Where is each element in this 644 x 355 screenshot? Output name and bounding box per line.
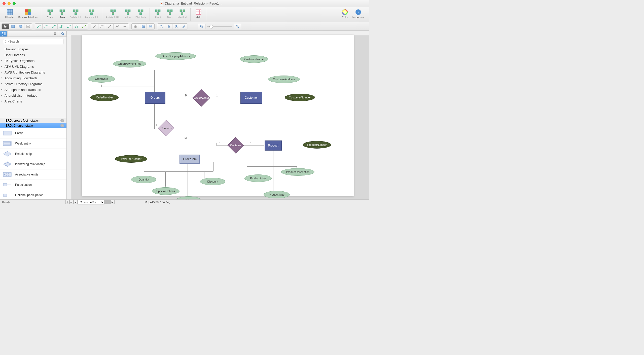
open-library-tab[interactable]: ERD, Chen's notation× — [0, 123, 66, 128]
shape-optpart[interactable]: Optional participation — [0, 190, 66, 200]
attr-ordershipping[interactable]: OrderShippingAddress — [155, 52, 196, 60]
attr-discount[interactable]: Discount — [200, 178, 225, 185]
rel-contains-2[interactable]: Contains — [227, 137, 244, 153]
library-category[interactable]: Area Charts — [0, 98, 66, 104]
page-first[interactable]: ⏮ — [69, 200, 74, 204]
direct-connector-tool[interactable] — [35, 24, 43, 29]
freehand-tool[interactable] — [121, 24, 129, 29]
shape-entity[interactable]: Entity — [0, 128, 66, 138]
shape-part[interactable]: Participation — [0, 180, 66, 190]
library-category[interactable]: User Libraries — [0, 52, 66, 58]
color-button[interactable]: Color — [339, 8, 350, 21]
svg-rect-0 — [7, 9, 13, 15]
spline-connector-tool[interactable] — [73, 24, 80, 29]
page-next[interactable]: ▶ — [111, 200, 115, 204]
page-prev[interactable]: ◀ — [74, 200, 78, 204]
shape-idrel[interactable]: Identifying relationship — [0, 159, 66, 169]
line-segment-tool[interactable] — [91, 24, 98, 29]
attr-specialoptions[interactable]: SpecialOptions — [152, 187, 180, 195]
edit-tool[interactable] — [180, 24, 188, 29]
pan-tool[interactable] — [165, 24, 172, 29]
library-category[interactable]: Accounting Flowcharts — [0, 75, 66, 81]
clone-tool[interactable] — [172, 24, 180, 29]
close-window-button[interactable] — [3, 2, 6, 5]
shape-weak[interactable]: Weak entity — [0, 138, 66, 149]
search-input[interactable] — [3, 39, 63, 44]
library-category[interactable]: Android User Interface — [0, 93, 66, 98]
open-library-tab[interactable]: ERD, crow's foot notation× — [0, 118, 66, 123]
attr-customername[interactable]: CustomerName — [240, 55, 268, 63]
shape-thumb-icon — [3, 171, 12, 178]
attr-productprice[interactable]: ProductPrice — [244, 174, 272, 182]
attr-quantity[interactable]: Quantity — [131, 176, 156, 183]
tool-icon — [88, 9, 95, 16]
snap-grid-tool[interactable] — [132, 24, 139, 29]
attr-producttype[interactable]: ProductType — [264, 191, 290, 198]
attr-price[interactable]: Price — [176, 196, 201, 199]
close-icon[interactable]: × — [60, 119, 64, 122]
pointer-tool[interactable] — [2, 24, 9, 29]
library-categories[interactable]: Drawing ShapesUser Libraries25 Typical O… — [0, 46, 66, 118]
libraries-button[interactable]: Libraries — [4, 8, 16, 21]
library-category[interactable]: Active Directory Diagrams — [0, 81, 66, 87]
sidebar-search-row — [0, 37, 66, 46]
shape-rel[interactable]: Relationship — [0, 149, 66, 159]
smart-connector-tool[interactable] — [58, 24, 65, 29]
canvas[interactable]: OrderDate OrderPayment Info OrderShippin… — [67, 31, 369, 199]
entity-product[interactable]: Product — [265, 140, 282, 151]
library-category[interactable]: Aerospace and Transport — [0, 87, 66, 93]
close-icon[interactable]: × — [60, 124, 64, 127]
entity-customer[interactable]: Customer — [240, 92, 262, 104]
library-category[interactable]: 25 Typical Orgcharts — [0, 58, 66, 64]
sidebar-tab-search[interactable] — [59, 31, 66, 37]
rect-tool[interactable] — [9, 24, 17, 29]
attr-itemlinenumber[interactable]: ItemLineNumber — [115, 155, 147, 163]
tree-button[interactable]: Tree — [57, 8, 68, 21]
library-category[interactable]: AWS Architecture Diagrams — [0, 69, 66, 75]
ellipse-tool[interactable] — [17, 24, 24, 29]
text-tool[interactable] — [24, 24, 32, 29]
zoom-tool[interactable] — [157, 24, 165, 29]
attr-productnumber[interactable]: ProductNumber — [303, 141, 331, 149]
spline-segment-tool[interactable] — [106, 24, 114, 29]
line-tool[interactable] — [80, 24, 88, 29]
page-toggle[interactable]: ‖ — [65, 200, 69, 204]
zoom-slider[interactable] — [207, 26, 232, 27]
attr-productdescription[interactable]: ProductDescription — [281, 168, 314, 176]
chevron-down-icon[interactable]: ⌄ — [220, 2, 222, 5]
polyline-tool[interactable] — [114, 24, 121, 29]
browse-solutions-button[interactable]: Browse Solutions — [17, 8, 39, 21]
arc-connector-tool[interactable] — [43, 24, 50, 29]
attr-orderpayment[interactable]: OrderPayment Info — [113, 60, 146, 67]
attr-ordernumber[interactable]: OrderNumber — [90, 94, 119, 101]
sidebar-tab-tree[interactable] — [0, 31, 8, 37]
zoom-out-button[interactable] — [198, 24, 205, 29]
attr-customeraddress[interactable]: CustomerAddress — [268, 76, 300, 83]
rel-orderauthor[interactable]: OrderAuthor — [193, 89, 210, 107]
attr-customernumber[interactable]: CustomerNumber — [285, 94, 315, 101]
round-connector-tool[interactable] — [65, 24, 73, 29]
arc-segment-tool[interactable] — [98, 24, 106, 29]
inspectors-button[interactable]: i Inspectors — [351, 8, 365, 21]
shape-assoc[interactable]: Associative entity — [0, 169, 66, 180]
entity-orders[interactable]: Orders — [145, 92, 165, 104]
shape-palette[interactable]: EntityWeak entityRelationshipIdentifying… — [0, 128, 66, 200]
library-category[interactable]: ATM UML Diagrams — [0, 64, 66, 69]
page-tab-1[interactable] — [104, 200, 111, 204]
chain-button[interactable]: Chain — [45, 8, 56, 21]
zoom-window-button[interactable] — [13, 2, 16, 5]
svg-rect-11 — [49, 13, 51, 15]
snap-guides-tool[interactable] — [139, 24, 147, 29]
drawing-page[interactable]: OrderDate OrderPayment Info OrderShippin… — [82, 35, 354, 196]
grid-button[interactable]: Grid — [193, 8, 204, 21]
entity-orderitem[interactable]: OrderItem — [180, 155, 200, 164]
zoom-select[interactable]: Custom 49% — [78, 200, 104, 204]
attr-orderdate[interactable]: OrderDate — [88, 75, 115, 83]
minimize-window-button[interactable] — [8, 2, 11, 5]
bezier-connector-tool[interactable] — [50, 24, 58, 29]
library-category[interactable]: Drawing Shapes — [0, 46, 66, 52]
rel-contains-1[interactable]: Contains — [158, 120, 174, 136]
zoom-in-button[interactable] — [234, 24, 241, 29]
sidebar-tab-grid[interactable] — [51, 31, 59, 37]
snap-objects-tool[interactable] — [147, 24, 154, 29]
